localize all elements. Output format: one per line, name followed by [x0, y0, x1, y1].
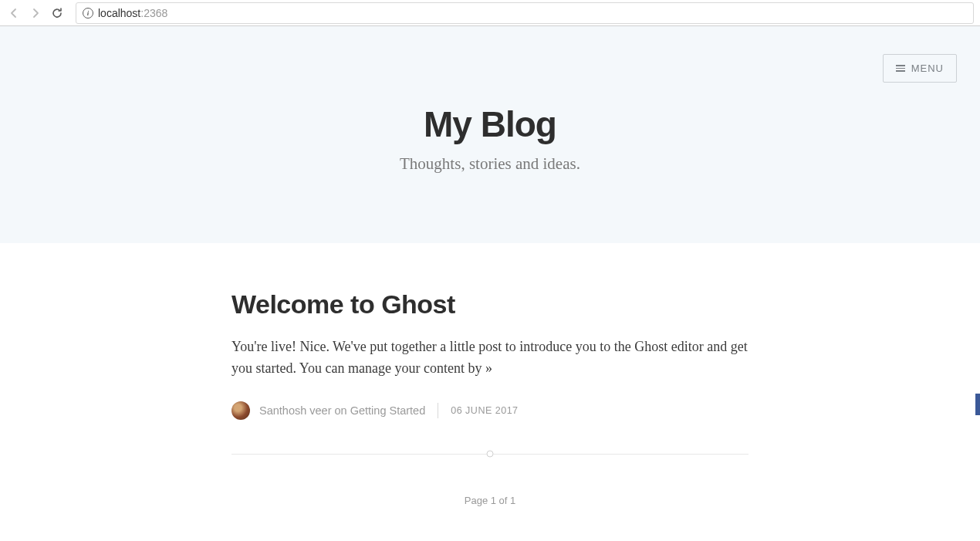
url-port: :2368: [140, 7, 167, 19]
forward-button[interactable]: [28, 5, 43, 21]
post-separator: [231, 454, 749, 455]
on-word: on: [332, 404, 350, 417]
blog-title: My Blog: [15, 103, 965, 145]
post-date: 06 JUNE 2017: [451, 405, 518, 416]
url-host: localhost: [98, 7, 140, 19]
browser-toolbar: i localhost:2368: [0, 0, 980, 26]
post-card: Welcome to Ghost You're live! Nice. We'v…: [231, 289, 749, 420]
author-avatar[interactable]: [231, 401, 250, 420]
author-name[interactable]: Santhosh veer: [259, 404, 332, 417]
pagination: Page 1 of 1: [231, 495, 749, 506]
hero-header: MENU My Blog Thoughts, stories and ideas…: [0, 26, 980, 243]
menu-button[interactable]: MENU: [883, 54, 957, 83]
site-info-icon[interactable]: i: [83, 8, 93, 19]
reload-button[interactable]: [49, 5, 65, 21]
post-title[interactable]: Welcome to Ghost: [231, 289, 749, 320]
hamburger-icon: [896, 65, 905, 72]
post-excerpt: You're live! Nice. We've put together a …: [231, 336, 749, 380]
back-button[interactable]: [6, 5, 22, 21]
blog-subtitle: Thoughts, stories and ideas.: [15, 154, 965, 174]
post-tag[interactable]: Getting Started: [350, 404, 426, 417]
author-line: Santhosh veer on Getting Started: [259, 404, 425, 417]
post-meta: Santhosh veer on Getting Started 06 JUNE…: [231, 401, 749, 420]
address-bar[interactable]: i localhost:2368: [76, 2, 974, 24]
main-content: Welcome to Ghost You're live! Nice. We'v…: [216, 243, 764, 537]
menu-label: MENU: [911, 63, 944, 74]
url-text: localhost:2368: [98, 7, 167, 19]
meta-divider: [438, 403, 438, 418]
right-edge-accent: [975, 394, 980, 415]
